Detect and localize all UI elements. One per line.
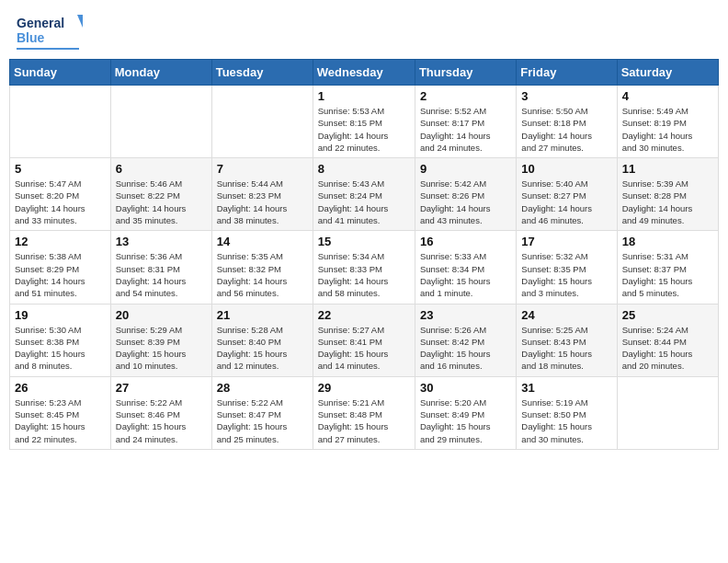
day-info: Sunrise: 5:22 AM Sunset: 8:47 PM Dayligh…	[217, 396, 308, 445]
calendar-cell: 24Sunrise: 5:25 AM Sunset: 8:43 PM Dayli…	[517, 304, 617, 376]
weekday-header-sunday: Sunday	[10, 60, 111, 86]
weekday-header-friday: Friday	[517, 60, 617, 86]
calendar-cell	[617, 376, 718, 449]
day-info: Sunrise: 5:24 AM Sunset: 8:44 PM Dayligh…	[622, 324, 713, 373]
day-number: 10	[521, 162, 611, 176]
day-info: Sunrise: 5:23 AM Sunset: 8:45 PM Dayligh…	[15, 396, 106, 445]
day-info: Sunrise: 5:42 AM Sunset: 8:26 PM Dayligh…	[420, 178, 511, 226]
calendar-cell: 20Sunrise: 5:29 AM Sunset: 8:39 PM Dayli…	[110, 304, 211, 376]
day-info: Sunrise: 5:30 AM Sunset: 8:38 PM Dayligh…	[15, 324, 106, 373]
day-number: 27	[116, 381, 207, 395]
calendar-cell	[10, 86, 111, 158]
calendar-cell: 3Sunrise: 5:50 AM Sunset: 8:18 PM Daylig…	[517, 86, 617, 158]
calendar-cell: 12Sunrise: 5:38 AM Sunset: 8:29 PM Dayli…	[10, 231, 111, 304]
weekday-header-thursday: Thursday	[415, 60, 516, 86]
calendar-cell: 4Sunrise: 5:49 AM Sunset: 8:19 PM Daylig…	[617, 86, 718, 158]
calendar-cell: 30Sunrise: 5:20 AM Sunset: 8:49 PM Dayli…	[415, 376, 516, 449]
day-number: 8	[318, 162, 410, 176]
day-number: 16	[420, 235, 511, 248]
day-info: Sunrise: 5:32 AM Sunset: 8:35 PM Dayligh…	[521, 250, 611, 299]
svg-text:Blue: Blue	[17, 30, 45, 45]
day-number: 3	[521, 89, 611, 103]
day-info: Sunrise: 5:21 AM Sunset: 8:48 PM Dayligh…	[318, 396, 410, 445]
day-number: 26	[15, 381, 106, 395]
calendar-cell: 16Sunrise: 5:33 AM Sunset: 8:34 PM Dayli…	[415, 231, 516, 304]
day-number: 21	[217, 308, 308, 322]
day-info: Sunrise: 5:53 AM Sunset: 8:15 PM Dayligh…	[318, 105, 410, 154]
day-info: Sunrise: 5:46 AM Sunset: 8:22 PM Dayligh…	[116, 178, 207, 226]
day-info: Sunrise: 5:31 AM Sunset: 8:37 PM Dayligh…	[622, 250, 713, 299]
calendar-cell: 15Sunrise: 5:34 AM Sunset: 8:33 PM Dayli…	[313, 231, 415, 304]
day-number: 28	[217, 381, 308, 395]
day-number: 1	[318, 89, 410, 103]
day-info: Sunrise: 5:29 AM Sunset: 8:39 PM Dayligh…	[116, 324, 207, 373]
calendar-cell: 18Sunrise: 5:31 AM Sunset: 8:37 PM Dayli…	[617, 231, 718, 304]
day-info: Sunrise: 5:44 AM Sunset: 8:23 PM Dayligh…	[217, 178, 308, 226]
day-number: 31	[521, 381, 611, 395]
weekday-header-tuesday: Tuesday	[211, 60, 313, 86]
day-info: Sunrise: 5:33 AM Sunset: 8:34 PM Dayligh…	[420, 250, 511, 299]
day-info: Sunrise: 5:19 AM Sunset: 8:50 PM Dayligh…	[521, 396, 611, 445]
calendar-cell: 17Sunrise: 5:32 AM Sunset: 8:35 PM Dayli…	[517, 231, 617, 304]
day-number: 6	[116, 162, 207, 176]
day-number: 17	[521, 235, 611, 248]
calendar-cell: 22Sunrise: 5:27 AM Sunset: 8:41 PM Dayli…	[313, 304, 415, 376]
calendar-cell: 26Sunrise: 5:23 AM Sunset: 8:45 PM Dayli…	[10, 376, 111, 449]
weekday-header-wednesday: Wednesday	[313, 60, 415, 86]
day-number: 14	[217, 235, 308, 248]
logo-icon: General Blue	[17, 13, 90, 46]
calendar-cell	[110, 86, 211, 158]
calendar-cell: 23Sunrise: 5:26 AM Sunset: 8:42 PM Dayli…	[415, 304, 516, 376]
calendar-cell	[211, 86, 313, 158]
day-info: Sunrise: 5:26 AM Sunset: 8:42 PM Dayligh…	[420, 324, 511, 373]
day-info: Sunrise: 5:43 AM Sunset: 8:24 PM Dayligh…	[318, 178, 410, 226]
day-number: 30	[420, 381, 511, 395]
day-info: Sunrise: 5:38 AM Sunset: 8:29 PM Dayligh…	[15, 250, 106, 299]
calendar-cell: 28Sunrise: 5:22 AM Sunset: 8:47 PM Dayli…	[211, 376, 313, 449]
day-info: Sunrise: 5:36 AM Sunset: 8:31 PM Dayligh…	[116, 250, 207, 299]
logo: General Blue	[17, 13, 90, 50]
calendar-week-row: 26Sunrise: 5:23 AM Sunset: 8:45 PM Dayli…	[10, 376, 719, 449]
calendar-cell: 1Sunrise: 5:53 AM Sunset: 8:15 PM Daylig…	[313, 86, 415, 158]
day-number: 13	[116, 235, 207, 248]
day-number: 15	[318, 235, 410, 248]
calendar-cell: 25Sunrise: 5:24 AM Sunset: 8:44 PM Dayli…	[617, 304, 718, 376]
calendar-cell: 5Sunrise: 5:47 AM Sunset: 8:20 PM Daylig…	[10, 158, 111, 231]
logo-underline	[17, 48, 79, 50]
weekday-header-row: SundayMondayTuesdayWednesdayThursdayFrid…	[10, 60, 719, 86]
day-number: 4	[622, 89, 713, 103]
day-number: 29	[318, 381, 410, 395]
day-number: 22	[318, 308, 410, 322]
day-number: 5	[15, 162, 106, 176]
day-info: Sunrise: 5:28 AM Sunset: 8:40 PM Dayligh…	[217, 324, 308, 373]
day-info: Sunrise: 5:49 AM Sunset: 8:19 PM Dayligh…	[622, 105, 713, 154]
day-info: Sunrise: 5:50 AM Sunset: 8:18 PM Dayligh…	[521, 105, 611, 154]
calendar-cell: 10Sunrise: 5:40 AM Sunset: 8:27 PM Dayli…	[517, 158, 617, 231]
day-number: 20	[116, 308, 207, 322]
day-number: 11	[622, 162, 713, 176]
day-info: Sunrise: 5:40 AM Sunset: 8:27 PM Dayligh…	[521, 178, 611, 226]
day-info: Sunrise: 5:22 AM Sunset: 8:46 PM Dayligh…	[116, 396, 207, 445]
day-number: 9	[420, 162, 511, 176]
calendar-cell: 19Sunrise: 5:30 AM Sunset: 8:38 PM Dayli…	[10, 304, 111, 376]
calendar-week-row: 12Sunrise: 5:38 AM Sunset: 8:29 PM Dayli…	[10, 231, 719, 304]
day-info: Sunrise: 5:34 AM Sunset: 8:33 PM Dayligh…	[318, 250, 410, 299]
calendar-cell: 29Sunrise: 5:21 AM Sunset: 8:48 PM Dayli…	[313, 376, 415, 449]
calendar-cell: 9Sunrise: 5:42 AM Sunset: 8:26 PM Daylig…	[415, 158, 516, 231]
day-number: 23	[420, 308, 511, 322]
svg-text:General: General	[17, 16, 64, 30]
weekday-header-saturday: Saturday	[617, 60, 718, 86]
calendar-cell: 21Sunrise: 5:28 AM Sunset: 8:40 PM Dayli…	[211, 304, 313, 376]
day-info: Sunrise: 5:39 AM Sunset: 8:28 PM Dayligh…	[622, 178, 713, 226]
day-info: Sunrise: 5:27 AM Sunset: 8:41 PM Dayligh…	[318, 324, 410, 373]
calendar-week-row: 19Sunrise: 5:30 AM Sunset: 8:38 PM Dayli…	[10, 304, 719, 376]
day-number: 24	[521, 308, 611, 322]
calendar-table: SundayMondayTuesdayWednesdayThursdayFrid…	[9, 59, 719, 450]
calendar-cell: 27Sunrise: 5:22 AM Sunset: 8:46 PM Dayli…	[110, 376, 211, 449]
day-info: Sunrise: 5:52 AM Sunset: 8:17 PM Dayligh…	[420, 105, 511, 154]
calendar-cell: 7Sunrise: 5:44 AM Sunset: 8:23 PM Daylig…	[211, 158, 313, 231]
day-number: 25	[622, 308, 713, 322]
calendar-week-row: 5Sunrise: 5:47 AM Sunset: 8:20 PM Daylig…	[10, 158, 719, 231]
day-number: 12	[15, 235, 106, 248]
calendar-cell: 31Sunrise: 5:19 AM Sunset: 8:50 PM Dayli…	[517, 376, 617, 449]
